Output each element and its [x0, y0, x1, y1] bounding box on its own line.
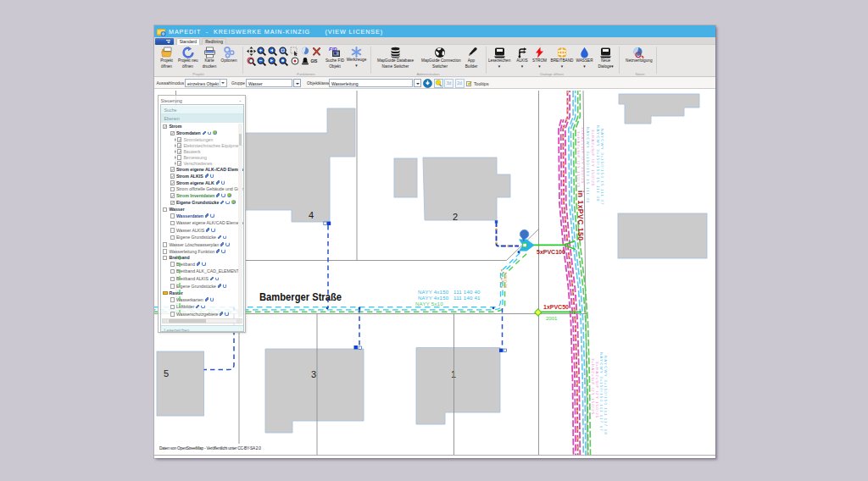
svg-text:2: 2: [453, 212, 458, 222]
svg-text:2001: 2001: [546, 316, 558, 321]
svg-text:3xHA2xSiF I2Y 150/25: 3xHA2xSiF I2Y 150/25: [595, 362, 599, 418]
svg-text:3xHA2xSiF I2Y 150/25: 3xHA2xSiF I2Y 150/25: [576, 131, 581, 188]
svg-text:NAYCWY 3x150/150 15 111 08: NAYCWY 3x150/150 15 111 08: [596, 125, 600, 202]
svg-text:1xPVC50: 1xPVC50: [543, 304, 569, 310]
svg-text:in 1xPVC 150: in 1xPVC 150: [576, 191, 585, 240]
svg-text:5: 5: [164, 368, 169, 379]
svg-text:2 PVC 99: 2 PVC 99: [503, 272, 507, 289]
svg-text:3: 3: [311, 369, 316, 379]
svg-text:Bamberger Straße: Bamberger Straße: [259, 290, 342, 303]
svg-text:NAYCWY 3x150/150 15 111 06: NAYCWY 3x150/150 15 111 06: [586, 127, 590, 204]
svg-text:3xHA2xSiF I2Y 150/25: 3xHA2xSiF I2Y 150/25: [591, 358, 595, 415]
svg-text:5xPVC100: 5xPVC100: [537, 249, 565, 255]
svg-text:3xHA2xSiF I2Y 150/25: 3xHA2xSiF I2Y 150/25: [581, 127, 585, 184]
svg-text:NAYCWY 3x150/150 15 111 07: NAYCWY 3x150/150 15 111 07: [600, 129, 604, 206]
svg-text:3xHA2xSiF I2Y 150/25: 3xHA2xSiF I2Y 150/25: [591, 130, 595, 186]
svg-text:NAYY 4x150 111 140 40: NAYY 4x150 111 140 40: [418, 290, 481, 295]
svg-text:NAYCWY 3x150/150 111 117 17: NAYCWY 3x150/150 111 117 17: [599, 352, 604, 432]
svg-text:4: 4: [309, 210, 314, 220]
svg-text:NAYCWY 3x150/150 111 117 18: NAYCWY 3x150/150 111 117 18: [604, 356, 608, 435]
svg-text:NAYY 5x10: NAYY 5x10: [415, 301, 443, 307]
svg-text:NAYY 4x150 111 140 41: NAYY 4x150 111 140 41: [418, 296, 481, 301]
